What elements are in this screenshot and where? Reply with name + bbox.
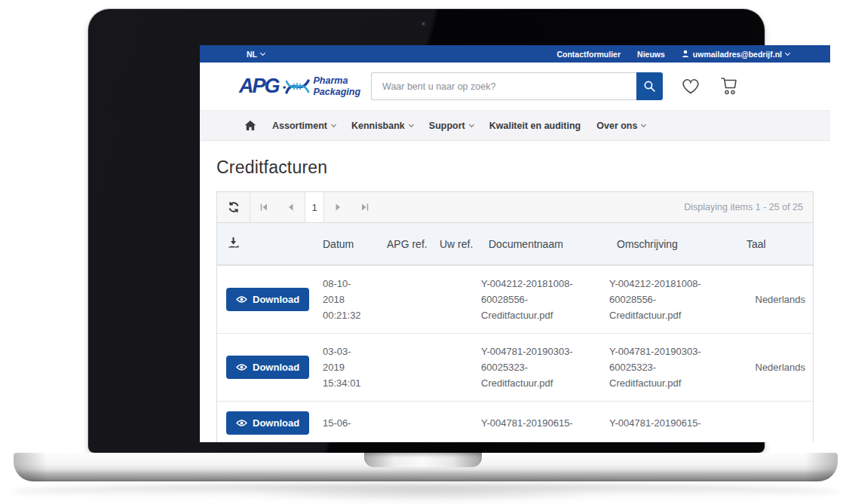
nav-home[interactable] — [244, 120, 256, 131]
nav-item-support[interactable]: Support — [429, 121, 474, 131]
page-title: Creditfacturen — [216, 157, 814, 178]
laptop-screen: NL Contactformulier Nieuws uwmailadres@b… — [200, 45, 830, 442]
nav-item-label: Kwaliteit en auditing — [489, 121, 581, 131]
column-header-documentnaam: Documentnaam — [481, 238, 609, 250]
logo-tagline-line1: Pharma — [314, 75, 348, 86]
cell-datum: 15-06- — [315, 415, 379, 431]
home-icon — [244, 120, 256, 131]
wishlist-button[interactable] — [681, 78, 700, 95]
cell-taal: Nederlands — [737, 294, 813, 305]
topbar-link-contactformulier[interactable]: Contactformulier — [556, 50, 621, 59]
last-page-icon — [360, 203, 369, 212]
eye-icon — [236, 419, 247, 427]
column-header-omschrijving: Omschrijving — [609, 238, 737, 250]
column-header-apg-ref: APG ref. — [379, 238, 432, 250]
table-row: Download 08-10- 2018 00:21:32 Y-004212-2… — [217, 265, 813, 333]
cell-omschrijving: Y-004212-20181008- 60028556- Creditfactu… — [609, 276, 737, 323]
logo[interactable]: APG Pharma Packaging — [239, 75, 360, 98]
nav-item-label: Kennisbank — [351, 121, 405, 131]
account-menu[interactable]: uwmailadres@bedrijf.nl — [682, 50, 789, 59]
first-page-icon — [259, 203, 268, 212]
pager-current-page[interactable]: 1 — [305, 192, 324, 222]
cell-documentnaam: Y-004212-20181008- 60028556- Creditfactu… — [481, 276, 609, 323]
nav-item-kennisbank[interactable]: Kennisbank — [351, 121, 413, 131]
search-icon — [643, 80, 656, 93]
eye-icon — [236, 295, 247, 304]
laptop-mockup: NL Contactformulier Nieuws uwmailadres@b… — [0, 0, 846, 504]
chevron-down-icon — [409, 121, 414, 127]
pager-next-button[interactable] — [324, 192, 351, 222]
language-label: NL — [247, 50, 257, 59]
laptop-lid: NL Contactformulier Nieuws uwmailadres@b… — [88, 9, 765, 453]
search-input[interactable] — [371, 72, 636, 100]
chevron-down-icon — [785, 50, 790, 55]
main-content: Creditfacturen — [200, 141, 830, 442]
cell-datum: 08-10- 2018 00:21:32 — [315, 276, 379, 323]
search-button[interactable] — [636, 72, 663, 100]
next-page-icon — [333, 203, 342, 212]
cart-button[interactable] — [719, 78, 738, 96]
nav-item-label: Over ons — [596, 121, 637, 131]
site-header: APG Pharma Packaging — [200, 63, 830, 110]
grid-header-row: Datum APG ref. Uw ref. Documentnaam Omsc… — [217, 223, 813, 265]
cell-taal: Nederlands — [737, 362, 813, 373]
language-selector[interactable]: NL — [247, 50, 265, 59]
nav-item-label: Support — [429, 121, 465, 131]
column-header-datum: Datum — [315, 238, 379, 250]
download-button[interactable]: Download — [226, 411, 309, 435]
chevron-down-icon — [331, 121, 336, 127]
cell-omschrijving: Y-004781-20190615- — [609, 415, 737, 431]
prev-page-icon — [287, 203, 296, 212]
user-icon — [682, 50, 689, 58]
search-bar — [371, 72, 663, 100]
heart-icon — [681, 78, 700, 95]
topbar-link-nieuws[interactable]: Nieuws — [637, 50, 665, 59]
refresh-button[interactable] — [217, 192, 250, 222]
eye-icon — [236, 363, 247, 371]
nav-item-over-ons[interactable]: Over ons — [596, 121, 645, 131]
pager-prev-button[interactable] — [277, 192, 305, 222]
cart-icon — [719, 78, 738, 96]
cell-datum: 03-03- 2019 15:34:01 — [315, 344, 379, 391]
refresh-icon — [228, 201, 240, 213]
logo-brand-text: APG — [239, 75, 279, 98]
nav-item-assortiment[interactable]: Assortiment — [272, 121, 336, 131]
chevron-down-icon — [260, 50, 265, 55]
logo-tagline: Pharma Packaging — [314, 75, 361, 97]
download-column-header — [217, 237, 315, 251]
chevron-down-icon — [641, 121, 646, 127]
webcam-icon — [420, 20, 427, 27]
topbar: NL Contactformulier Nieuws uwmailadres@b… — [200, 45, 830, 63]
topbar-link-label: Nieuws — [637, 50, 665, 59]
download-button-label: Download — [253, 362, 299, 373]
column-header-uw-ref: Uw ref. — [432, 238, 481, 250]
chevron-down-icon — [469, 121, 474, 127]
pager-last-button[interactable] — [351, 192, 379, 222]
account-email: uwmailadres@bedrijf.nl — [693, 50, 782, 59]
logo-tagline-line2: Packaging — [314, 87, 361, 97]
table-row: Download 03-03- 2019 15:34:01 Y-004781-2… — [217, 333, 813, 401]
download-button[interactable]: Download — [226, 288, 309, 311]
cell-documentnaam: Y-004781-20190615- — [481, 415, 609, 431]
download-button[interactable]: Download — [226, 356, 309, 379]
documents-grid: 1 Displaying — [216, 191, 814, 442]
download-icon — [227, 237, 240, 249]
topbar-link-label: Contactformulier — [556, 50, 621, 59]
main-nav: Assortiment Kennisbank Support Kwaliteit… — [200, 110, 830, 141]
download-button-label: Download — [253, 294, 299, 305]
paging-status: Displaying items 1 - 25 of 25 — [684, 202, 813, 212]
laptop-lid-notch — [364, 453, 482, 467]
cell-omschrijving: Y-004781-20190303- 60025323- Creditfactu… — [609, 344, 737, 391]
table-row: Download 15-06- Y-004781-20190615- Y-004… — [217, 401, 813, 442]
download-button-label: Download — [253, 417, 299, 429]
dna-helix-icon — [283, 77, 310, 96]
cell-documentnaam: Y-004781-20190303- 60025323- Creditfactu… — [481, 344, 609, 391]
nav-item-label: Assortiment — [272, 121, 327, 131]
column-header-taal: Taal — [737, 238, 813, 250]
pager-first-button[interactable] — [250, 192, 277, 222]
grid-toolbar: 1 Displaying — [217, 192, 813, 223]
lid-reflection — [226, 488, 626, 503]
nav-item-kwaliteit-en-auditing[interactable]: Kwaliteit en auditing — [489, 121, 581, 131]
